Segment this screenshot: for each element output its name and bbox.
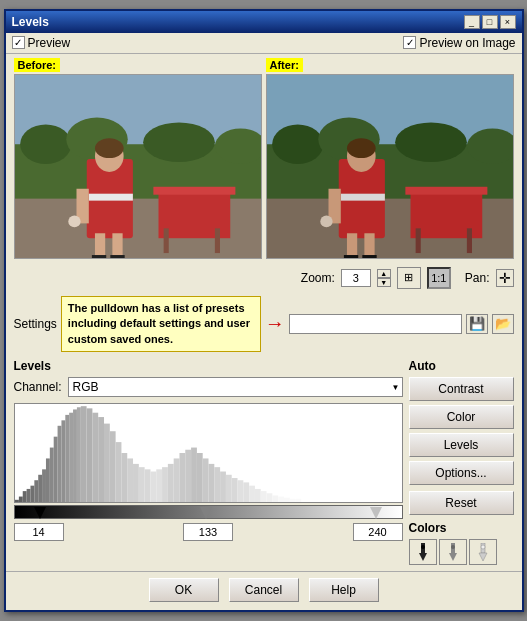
color-button[interactable]: Color xyxy=(409,405,514,429)
svg-rect-97 xyxy=(301,499,307,502)
maximize-button[interactable]: □ xyxy=(482,15,498,29)
svg-rect-60 xyxy=(86,408,92,502)
black-point-handle[interactable] xyxy=(34,507,46,519)
black-point-input[interactable] xyxy=(14,523,64,541)
after-image xyxy=(266,74,514,259)
svg-rect-30 xyxy=(415,228,420,253)
svg-rect-8 xyxy=(153,187,235,195)
svg-rect-67 xyxy=(127,459,133,503)
zoom-up-arrow[interactable]: ▲ xyxy=(377,269,391,278)
minimize-button[interactable]: _ xyxy=(464,15,480,29)
white-point-handle[interactable] xyxy=(370,507,382,519)
channel-select[interactable]: RGB ▼ xyxy=(68,377,403,397)
midtone-input[interactable] xyxy=(183,523,233,541)
svg-rect-47 xyxy=(34,480,38,502)
svg-rect-73 xyxy=(162,467,168,502)
svg-rect-68 xyxy=(133,464,139,502)
ok-button[interactable]: OK xyxy=(149,578,219,602)
title-bar-buttons: _ □ × xyxy=(464,15,516,29)
preview-on-image-toggle[interactable]: ✓ Preview on Image xyxy=(403,36,515,50)
colors-section: Colors xyxy=(409,521,514,565)
preset-dropdown[interactable] xyxy=(289,314,462,334)
svg-rect-56 xyxy=(69,413,73,502)
svg-point-104 xyxy=(421,545,425,549)
svg-rect-78 xyxy=(191,448,197,502)
settings-label: Settings xyxy=(14,317,57,331)
white-dropper-icon xyxy=(475,543,491,561)
black-dropper-icon xyxy=(415,543,431,561)
svg-rect-37 xyxy=(364,233,374,258)
options-button[interactable]: Options... xyxy=(409,461,514,485)
white-dropper-button[interactable] xyxy=(469,539,497,565)
svg-point-4 xyxy=(143,122,215,162)
svg-rect-77 xyxy=(185,450,191,502)
load-preset-button[interactable]: 📂 xyxy=(492,314,514,334)
color-tools xyxy=(409,539,514,565)
zoom-label: Zoom: xyxy=(301,271,335,285)
preview-checkbox[interactable]: ✓ xyxy=(12,36,25,49)
svg-rect-45 xyxy=(26,489,30,502)
levels-panel: Levels Channel: RGB ▼ xyxy=(14,359,403,565)
histogram xyxy=(14,403,403,503)
svg-rect-92 xyxy=(272,496,278,503)
levels-button[interactable]: Levels xyxy=(409,433,514,457)
toolbar: ✓ Preview ✓ Preview on Image xyxy=(6,33,522,54)
preview-on-image-checkbox[interactable]: ✓ xyxy=(403,36,416,49)
svg-rect-17 xyxy=(91,255,105,258)
svg-rect-83 xyxy=(220,472,226,502)
gray-dropper-icon xyxy=(445,543,461,561)
svg-rect-71 xyxy=(150,472,156,502)
save-preset-button[interactable]: 💾 xyxy=(466,314,488,334)
svg-rect-100 xyxy=(318,500,324,502)
before-label: Before: xyxy=(14,58,61,72)
svg-rect-39 xyxy=(362,255,376,258)
help-button[interactable]: Help xyxy=(309,578,379,602)
svg-rect-85 xyxy=(231,478,237,502)
images-row: Before: xyxy=(6,54,522,263)
before-photo-svg xyxy=(15,75,261,258)
svg-point-13 xyxy=(94,138,123,158)
svg-rect-84 xyxy=(225,475,231,502)
svg-rect-15 xyxy=(94,233,104,258)
svg-rect-79 xyxy=(196,453,202,502)
white-point-input[interactable] xyxy=(353,523,403,541)
levels-slider-track[interactable] xyxy=(14,505,403,519)
scroll-icon-button[interactable]: ⊞ xyxy=(397,267,421,289)
svg-marker-103 xyxy=(419,553,427,561)
zoom-down-arrow[interactable]: ▼ xyxy=(377,278,391,287)
pan-control[interactable]: ✛ xyxy=(496,269,514,287)
svg-rect-58 xyxy=(76,407,80,502)
svg-rect-91 xyxy=(266,493,272,502)
svg-rect-46 xyxy=(30,486,34,502)
svg-rect-61 xyxy=(92,413,98,502)
zoom-row: Zoom: ▲ ▼ ⊞ 1:1 Pan: ✛ xyxy=(6,263,522,293)
midtone-handle[interactable] xyxy=(200,507,212,519)
svg-rect-35 xyxy=(340,194,384,201)
gray-dropper-button[interactable] xyxy=(439,539,467,565)
contrast-button[interactable]: Contrast xyxy=(409,377,514,401)
svg-rect-59 xyxy=(80,406,86,502)
svg-rect-90 xyxy=(260,491,266,502)
black-dropper-button[interactable] xyxy=(409,539,437,565)
zoom-input[interactable] xyxy=(341,269,371,287)
svg-rect-94 xyxy=(283,498,289,502)
zoom-spinner[interactable]: ▲ ▼ xyxy=(377,269,391,287)
right-panel: Auto Contrast Color Levels Options... Re… xyxy=(409,359,514,565)
svg-rect-48 xyxy=(38,475,42,502)
levels-values xyxy=(14,523,403,541)
bottom-buttons: OK Cancel Help xyxy=(6,571,522,610)
after-photo-svg xyxy=(267,75,513,258)
reset-button[interactable]: Reset xyxy=(409,491,514,515)
svg-rect-64 xyxy=(109,431,115,502)
close-button[interactable]: × xyxy=(500,15,516,29)
tooltip-text: The pulldown has a list of presets inclu… xyxy=(68,302,250,345)
preview-toggle[interactable]: ✓ Preview xyxy=(12,36,71,50)
one-to-one-button[interactable]: 1:1 xyxy=(427,267,451,289)
svg-rect-98 xyxy=(307,500,313,502)
svg-rect-43 xyxy=(18,497,22,502)
svg-rect-76 xyxy=(179,453,185,502)
svg-rect-31 xyxy=(466,228,471,253)
svg-rect-53 xyxy=(57,426,61,502)
cancel-button[interactable]: Cancel xyxy=(229,578,299,602)
svg-rect-87 xyxy=(243,482,249,502)
